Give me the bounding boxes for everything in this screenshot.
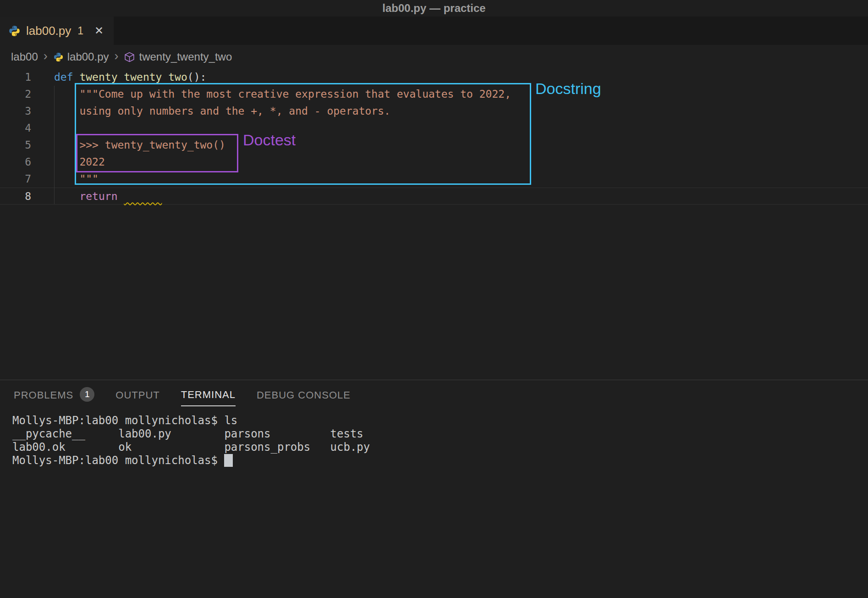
- code-token: using only numbers and the +, *, and - o…: [79, 105, 390, 117]
- line-number: 5: [0, 137, 31, 154]
- line-number: 8: [0, 188, 31, 204]
- code-editor[interactable]: 1def twenty_twenty_two():2 """Come up wi…: [0, 69, 868, 380]
- panel-tab-label: DEBUG CONSOLE: [257, 383, 351, 406]
- panel-tab-bar: PROBLEMS 1 OUTPUT TERMINAL DEBUG CONSOLE: [0, 380, 868, 409]
- breadcrumb-folder[interactable]: lab00: [11, 50, 38, 63]
- code-line-content: >>> twenty_twenty_two(): [54, 137, 225, 154]
- doctest-annotation-label: Doctest: [243, 131, 296, 149]
- line-number: 7: [0, 171, 31, 188]
- line-number: 2: [0, 86, 31, 103]
- code-token: [54, 88, 79, 100]
- terminal-line: Mollys-MBP:lab00 mollynicholas$: [12, 454, 868, 467]
- code-token: def: [54, 71, 73, 83]
- code-line-content: using only numbers and the +, *, and - o…: [54, 103, 390, 120]
- panel-tab-label: PROBLEMS: [14, 383, 73, 406]
- warning-squiggle: [124, 190, 162, 202]
- breadcrumb-file[interactable]: lab00.py: [53, 50, 109, 63]
- terminal-line: lab00.ok ok parsons_probs ucb.py: [12, 441, 868, 454]
- breadcrumb-symbol-label: twenty_twenty_two: [139, 50, 232, 63]
- titlebar: lab00.py — practice: [0, 0, 868, 17]
- problems-count-badge: 1: [80, 387, 94, 402]
- code-line[interactable]: 8 return: [0, 188, 868, 205]
- python-icon: [53, 52, 64, 62]
- symbol-cube-icon: [124, 51, 135, 63]
- code-line-content: return: [54, 188, 162, 204]
- panel-tab-label: OUTPUT: [115, 383, 159, 406]
- code-token: return: [79, 190, 117, 202]
- terminal-cursor: [224, 454, 233, 467]
- code-line[interactable]: 2 """Come up with the most creative expr…: [0, 86, 868, 103]
- code-token: [54, 156, 79, 168]
- code-line[interactable]: 6 2022: [0, 154, 868, 171]
- indent-guide: [54, 86, 55, 204]
- code-token: [117, 190, 124, 202]
- line-number: 3: [0, 103, 31, 120]
- code-token: """Come up with the most creative expres…: [79, 88, 511, 100]
- code-token: """: [79, 173, 99, 185]
- breadcrumb-folder-label: lab00: [11, 50, 38, 63]
- code-token: [54, 190, 79, 202]
- code-line-content: """: [54, 171, 99, 188]
- code-lines: 1def twenty_twenty_two():2 """Come up wi…: [0, 69, 868, 205]
- code-token: [73, 71, 80, 83]
- breadcrumb-file-label: lab00.py: [67, 50, 109, 63]
- docstring-annotation-label: Docstring: [535, 80, 601, 98]
- chevron-right-icon: ›: [44, 49, 48, 63]
- code-token: 2022: [79, 156, 104, 168]
- code-token: ():: [187, 71, 207, 83]
- terminal[interactable]: Mollys-MBP:lab00 mollynicholas$ ls__pyca…: [0, 409, 868, 467]
- tab-terminal[interactable]: TERMINAL: [181, 382, 236, 406]
- code-line-content: def twenty_twenty_two():: [54, 69, 206, 86]
- tab-bar: lab00.py 1 ✕: [0, 17, 868, 45]
- code-token: [54, 105, 79, 117]
- code-token: twenty_twenty_two: [79, 71, 187, 83]
- code-token: [54, 139, 79, 151]
- code-line-content: 2022: [54, 154, 105, 171]
- line-number: 1: [0, 69, 31, 86]
- line-number: 4: [0, 120, 31, 137]
- code-token: [54, 173, 79, 185]
- code-line[interactable]: 7 """: [0, 171, 868, 188]
- python-icon: [8, 25, 21, 37]
- terminal-output: Mollys-MBP:lab00 mollynicholas$ ls__pyca…: [12, 414, 868, 467]
- tab-output[interactable]: OUTPUT: [115, 383, 159, 406]
- breadcrumb: lab00 › lab00.py › twenty_twenty_two: [0, 45, 868, 69]
- window-title: lab00.py — practice: [382, 2, 485, 15]
- terminal-line: Mollys-MBP:lab00 mollynicholas$ ls: [12, 414, 868, 427]
- code-line[interactable]: 5 >>> twenty_twenty_two(): [0, 137, 868, 154]
- code-line[interactable]: 1def twenty_twenty_two():: [0, 69, 868, 86]
- line-number: 6: [0, 154, 31, 171]
- breadcrumb-symbol[interactable]: twenty_twenty_two: [124, 50, 232, 63]
- tab-filename: lab00.py: [26, 24, 71, 38]
- editor-tab-lab00[interactable]: lab00.py 1 ✕: [0, 17, 114, 45]
- tab-modified-badge: 1: [77, 25, 83, 37]
- vscode-window: lab00.py — practice lab00.py 1 ✕ lab00 ›: [0, 0, 868, 598]
- chevron-right-icon: ›: [114, 49, 118, 63]
- panel-tab-label: TERMINAL: [181, 382, 236, 406]
- code-line[interactable]: 3 using only numbers and the +, *, and -…: [0, 103, 868, 120]
- tab-debug-console[interactable]: DEBUG CONSOLE: [257, 383, 351, 406]
- bottom-panel: PROBLEMS 1 OUTPUT TERMINAL DEBUG CONSOLE…: [0, 380, 868, 598]
- code-token: >>> twenty_twenty_two(): [79, 139, 225, 151]
- code-line-content: """Come up with the most creative expres…: [54, 86, 511, 103]
- terminal-line: __pycache__ lab00.py parsons tests: [12, 427, 868, 441]
- close-icon[interactable]: ✕: [94, 24, 104, 37]
- tab-problems[interactable]: PROBLEMS 1: [14, 383, 94, 406]
- code-line[interactable]: 4: [0, 120, 868, 137]
